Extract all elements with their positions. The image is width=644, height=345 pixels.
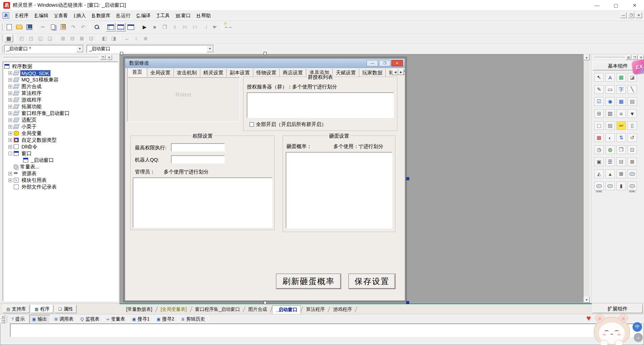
tree-expander-icon[interactable]: + (8, 125, 12, 129)
tree-row[interactable]: +算法程序 (3, 90, 118, 96)
align-bottom-icon[interactable]: ◲ (46, 35, 54, 42)
layout-both-icon[interactable] (126, 23, 136, 31)
splitter-icon[interactable]: ⊟ (616, 157, 626, 166)
tree-item-label[interactable]: 窗口 (20, 150, 33, 157)
panel-tab-程序[interactable]: ▦程序 (31, 305, 53, 313)
tree-item-label[interactable]: 小栗子 (20, 124, 38, 130)
tree-item-label[interactable]: 常量表... (19, 164, 41, 170)
settings-bubble-icon[interactable]: ☼ (634, 333, 643, 342)
save-icon[interactable] (24, 23, 34, 31)
tree-row[interactable]: +自定义数据类型 (3, 137, 118, 143)
step-over-icon[interactable]: {} (170, 23, 179, 31)
save-settings-button[interactable]: 保存设置 (348, 274, 395, 289)
robot-picture-box[interactable]: Robot (127, 77, 240, 122)
tree-row[interactable]: +图片合成 (3, 83, 118, 90)
document-tab-7[interactable]: 游戏程序 (330, 305, 355, 314)
toolbar-grip[interactable] (1, 45, 2, 53)
pause-icon[interactable]: ☛ (210, 23, 220, 31)
redo-icon[interactable]: ↷ (68, 23, 78, 31)
layout-bottom-icon[interactable] (116, 23, 125, 31)
tree-row[interactable]: 外部文件记录表 (3, 184, 118, 190)
resource-icon[interactable]: DIF (616, 121, 626, 130)
align-right-icon[interactable]: ◳ (27, 35, 36, 42)
object-selector-combo[interactable]: _启动窗口 ▼ (87, 45, 214, 53)
tree-item-label[interactable]: 窗口程序集_启动窗口 (20, 110, 70, 117)
sketch-icon[interactable]: ⊞ (616, 169, 626, 178)
stop-icon[interactable]: ■ (150, 23, 159, 31)
output-tab-变量表[interactable]: ∞变量表 (104, 315, 128, 323)
palette-close-button[interactable]: ✕ (638, 55, 644, 60)
menu-item-V[interactable]: V.查看 (51, 11, 71, 20)
tree-item-label[interactable]: 全局变量 (20, 130, 43, 137)
paste-icon[interactable] (58, 23, 68, 31)
output-tab-搜寻1[interactable]: ▣搜寻1 (129, 315, 152, 323)
tree-row[interactable]: +Dll命令 (3, 143, 118, 150)
output-tab-搜寻2[interactable]: ▣搜寻2 (154, 315, 177, 323)
tree-item-label[interactable]: 自定义数据类型 (20, 137, 58, 143)
clock-icon[interactable]: ◷ (594, 145, 604, 154)
menu-item-C[interactable]: C.编译 (133, 11, 154, 20)
tree-expander-icon[interactable]: + (8, 132, 12, 135)
help-search-icon[interactable]: ?⌒⌒ (224, 23, 233, 31)
tree-item-label[interactable]: 游戏程序 (20, 97, 43, 103)
panel-tab-属性[interactable]: ❏属性 (55, 305, 77, 313)
output-tab-输出[interactable]: ▣输出 (29, 315, 50, 324)
run-to-cursor-icon[interactable]: →{ (200, 23, 210, 31)
document-tab-5[interactable]: _启动窗口 (272, 305, 301, 314)
resize-handle-right-middle[interactable] (406, 177, 409, 180)
window-copy-icon[interactable]: ❐ (616, 145, 626, 154)
mdi-restore-button[interactable]: ❐ (628, 12, 634, 18)
close-box-icon[interactable]: ⊠ (628, 157, 637, 166)
scroll-down-icon[interactable]: ▼ (584, 297, 590, 303)
tree-row[interactable]: _启动窗口 (3, 157, 118, 163)
tree-expander-icon[interactable]: + (8, 91, 12, 95)
resize-handle-bottom-right[interactable] (406, 301, 409, 304)
copy-icon[interactable] (48, 23, 58, 31)
toolbar-grip[interactable] (1, 23, 2, 31)
space-v-icon[interactable]: ⊡ (87, 35, 96, 42)
group-frame-icon[interactable]: ▢ (594, 121, 604, 130)
mdi-vertical-scrollbar[interactable]: ▲ ▼ (584, 54, 590, 303)
label-icon[interactable]: A (605, 73, 615, 82)
record-set-icon[interactable]: ▮ (616, 182, 626, 190)
tree-expander-icon[interactable]: - (8, 152, 12, 155)
tree-item-label[interactable]: 算法程序 (20, 90, 43, 96)
tree-row[interactable]: +小栗子 (3, 123, 118, 130)
open-file-icon[interactable] (14, 23, 24, 31)
tree-item-label[interactable]: Dll命令 (20, 144, 39, 150)
dialog-close-button[interactable]: ✕ (391, 60, 403, 66)
tree-row[interactable]: +MQ_S1模板兼容 (3, 76, 118, 83)
refresh-egg-rate-button[interactable]: 刷新砸蛋概率 (276, 274, 341, 289)
align-left-icon[interactable]: ◰ (17, 35, 26, 42)
tree-item-label[interactable]: 模块引用表 (20, 177, 48, 184)
dialog-restore-button[interactable]: ❐ (379, 60, 390, 66)
tree-row[interactable]: +MyQQ_SDK (3, 70, 118, 76)
tree-row[interactable]: +拓展功能 (3, 103, 118, 110)
grid-toggle-icon[interactable]: ▦ (4, 35, 13, 42)
step-into-icon[interactable]: {+} (180, 23, 190, 31)
tree-item-label[interactable]: 拓展功能 (20, 104, 43, 110)
tree-item-label[interactable]: 图片合成 (20, 83, 43, 90)
tree-row[interactable]: -窗口 (3, 150, 118, 157)
tree-row[interactable]: +模块引用表 (3, 177, 118, 184)
updown-icon[interactable]: ⇅ (616, 133, 626, 142)
tree-expander-icon[interactable]: + (8, 71, 12, 75)
tree-expander-icon[interactable]: + (8, 105, 12, 109)
admin-textarea[interactable] (133, 178, 272, 228)
refresh-icon[interactable]: ↺ (628, 133, 637, 142)
enable-all-checkbox[interactable] (250, 122, 254, 127)
document-tab-1[interactable]: [常量数据表] (123, 305, 156, 314)
tree-item-label[interactable]: 适配页 (20, 117, 38, 123)
stretch-h-icon[interactable]: ↔ (122, 35, 131, 42)
font-box-icon[interactable]: 字 (616, 85, 626, 94)
ime-indicator[interactable]: 中 (633, 322, 642, 332)
tree-row[interactable]: +窗口程序集_启动窗口 (3, 110, 118, 117)
resize-handle-bottom-center[interactable] (264, 301, 267, 304)
same-height-icon[interactable]: ◨ (109, 35, 118, 42)
menu-item-H[interactable]: H.帮助 (194, 11, 214, 20)
document-tab-3[interactable]: 窗口程序集_启动窗口 (192, 305, 244, 314)
document-icon[interactable]: ▯ (628, 121, 637, 130)
edit-box-icon[interactable]: ✎ (594, 85, 604, 94)
dialog-tab-玩家数据[interactable]: 玩家数据 (359, 69, 386, 77)
database2-icon[interactable] (605, 182, 615, 190)
